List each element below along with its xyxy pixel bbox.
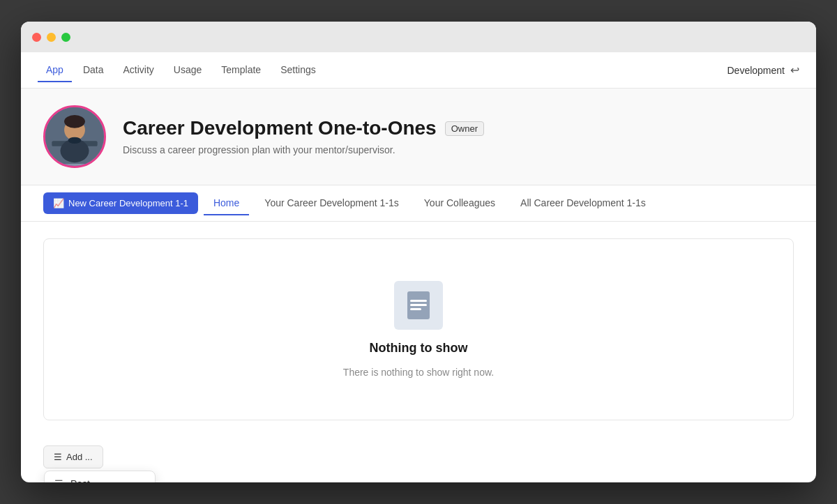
minimize-button[interactable] xyxy=(47,33,56,42)
owner-badge: Owner xyxy=(445,121,484,136)
close-button[interactable] xyxy=(32,33,41,42)
tab-app[interactable]: App xyxy=(38,59,72,82)
nav-tabs: App Data Activity Usage Template Setting… xyxy=(38,59,727,82)
bottom-section: ☰ Add ... ☰ Post... 📅 Schedule... xyxy=(21,445,816,482)
svg-rect-7 xyxy=(410,300,427,302)
dropdown-item-post-label: Post... xyxy=(70,478,98,482)
sub-tab-your-colleagues[interactable]: Your Colleagues xyxy=(414,192,505,215)
titlebar xyxy=(21,22,816,52)
tab-activity[interactable]: Activity xyxy=(115,59,163,82)
add-btn-label: Add ... xyxy=(66,452,93,462)
app-description: Discuss a career progression plan with y… xyxy=(123,144,395,155)
app-title-row: Career Development One-to-Ones Owner xyxy=(123,117,794,139)
svg-point-4 xyxy=(64,115,85,128)
nav-right: Development ↩ xyxy=(727,63,800,77)
app-info: Career Development One-to-Ones Owner Dis… xyxy=(123,117,794,156)
svg-rect-9 xyxy=(410,308,421,310)
empty-state: Nothing to show There is nothing to show… xyxy=(43,238,794,420)
post-icon: ☰ xyxy=(54,478,63,482)
reload-icon[interactable]: ↩ xyxy=(790,63,799,77)
document-icon xyxy=(403,290,434,321)
svg-rect-8 xyxy=(410,304,427,306)
app-header: Career Development One-to-Ones Owner Dis… xyxy=(21,89,816,185)
tab-data[interactable]: Data xyxy=(75,59,112,82)
dropdown-menu: ☰ Post... 📅 Schedule... xyxy=(44,471,156,482)
sub-tab-home[interactable]: Home xyxy=(204,192,249,215)
sub-nav: 📈 New Career Development 1-1 Home Your C… xyxy=(21,185,816,222)
new-career-development-button[interactable]: 📈 New Career Development 1-1 xyxy=(43,192,198,214)
sub-tab-your-career[interactable]: Your Career Development 1-1s xyxy=(255,192,408,215)
app-window: App Data Activity Usage Template Setting… xyxy=(21,22,816,482)
avatar xyxy=(43,105,106,168)
add-btn-icon: ☰ xyxy=(54,452,62,462)
tab-settings[interactable]: Settings xyxy=(272,59,324,82)
app-title: Career Development One-to-Ones xyxy=(123,117,437,139)
sub-tab-all-career[interactable]: All Career Development 1-1s xyxy=(511,192,656,215)
new-btn-icon: 📈 xyxy=(53,198,64,208)
tab-usage[interactable]: Usage xyxy=(165,59,210,82)
tab-template[interactable]: Template xyxy=(213,59,269,82)
new-btn-label: New Career Development 1-1 xyxy=(68,198,188,208)
empty-icon xyxy=(394,281,443,330)
environment-label: Development xyxy=(727,65,785,76)
maximize-button[interactable] xyxy=(61,33,70,42)
dropdown-item-post[interactable]: ☰ Post... xyxy=(45,471,155,482)
empty-title: Nothing to show xyxy=(370,341,468,356)
empty-subtitle: There is nothing to show right now. xyxy=(343,367,494,378)
svg-point-5 xyxy=(68,137,82,144)
add-button[interactable]: ☰ Add ... ☰ Post... 📅 Schedule... xyxy=(43,445,103,468)
main-content: Nothing to show There is nothing to show… xyxy=(21,222,816,437)
nav-bar: App Data Activity Usage Template Setting… xyxy=(21,52,816,89)
